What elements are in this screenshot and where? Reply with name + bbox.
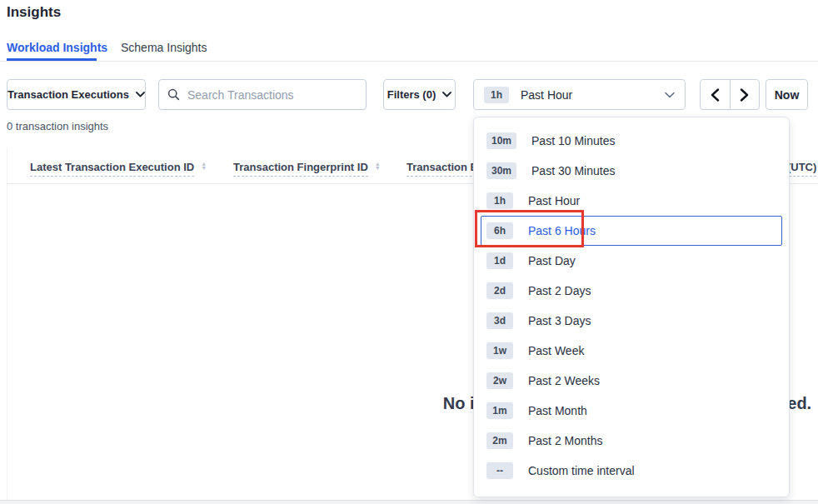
time-nav-group — [700, 79, 760, 110]
tab-schema-insights[interactable]: Schema Insights — [121, 41, 207, 54]
chevron-down-icon — [442, 92, 451, 97]
execution-type-label: Transaction Executions — [7, 88, 129, 101]
chevron-left-icon — [711, 88, 720, 102]
insights-count-summary: 0 transaction insights — [7, 120, 108, 132]
time-option-past-hour[interactable]: 1h Past Hour — [481, 186, 782, 216]
time-option-past-30-minutes[interactable]: 30m Past 30 Minutes — [481, 156, 782, 186]
previous-interval-button[interactable] — [701, 80, 731, 109]
chevron-down-icon — [136, 92, 145, 97]
time-option-past-6-hours[interactable]: 6h Past 6 Hours — [481, 216, 782, 246]
time-range-dropdown-trigger[interactable]: 1h Past Hour — [473, 79, 686, 110]
column-header-latest-txn-execution-id[interactable]: Latest Transaction Execution ID ▲▼ — [30, 161, 207, 177]
time-option-past-2-weeks[interactable]: 2w Past 2 Weeks — [481, 366, 782, 396]
time-option-past-2-days[interactable]: 2d Past 2 Days — [481, 276, 782, 306]
time-option-past-week[interactable]: 1w Past Week — [481, 336, 782, 366]
now-button[interactable]: Now — [766, 79, 808, 110]
column-header-txn-fingerprint-id[interactable]: Transaction Fingerprint ID ▲▼ — [233, 161, 381, 177]
time-option-past-3-days[interactable]: 3d Past 3 Days — [481, 306, 782, 336]
tab-workload-insights[interactable]: Workload Insights — [7, 41, 107, 54]
time-option-past-10-minutes[interactable]: 10m Past 10 Minutes — [481, 126, 782, 156]
time-option-custom-interval[interactable]: -- Custom time interval — [481, 456, 782, 486]
search-transactions-box[interactable] — [158, 79, 367, 110]
sort-icon[interactable]: ▲▼ — [375, 162, 381, 170]
chevron-down-icon — [665, 92, 675, 98]
time-range-label: Past Hour — [521, 88, 572, 102]
execution-type-select[interactable]: Transaction Executions — [7, 79, 146, 110]
tabs-divider — [0, 61, 818, 62]
filters-button[interactable]: Filters (0) — [383, 79, 456, 110]
filters-label: Filters (0) — [387, 88, 436, 101]
time-range-dropdown-menu: 10m Past 10 Minutes 30m Past 30 Minutes … — [473, 117, 790, 497]
next-interval-button[interactable] — [731, 80, 760, 109]
time-option-past-day[interactable]: 1d Past Day — [481, 246, 782, 276]
search-icon — [167, 88, 180, 101]
page-title: Insights — [7, 4, 61, 21]
time-option-past-2-months[interactable]: 2m Past 2 Months — [481, 426, 782, 456]
horizontal-scrollbar-track[interactable] — [0, 500, 818, 504]
sort-icon[interactable]: ▲▼ — [201, 162, 207, 170]
time-range-badge: 1h — [484, 87, 509, 103]
search-input[interactable] — [187, 88, 357, 102]
time-option-past-month[interactable]: 1m Past Month — [481, 396, 782, 426]
insights-page: Insights Workload Insights Schema Insigh… — [0, 0, 818, 504]
chevron-right-icon — [740, 88, 749, 102]
